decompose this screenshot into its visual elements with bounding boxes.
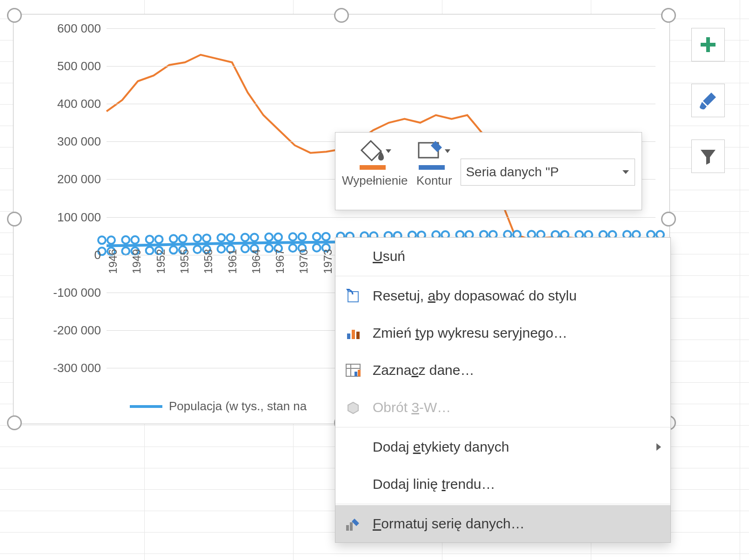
submenu-arrow-icon [655,439,662,455]
menu-item-label: Formatuj serię danych… [373,516,525,532]
x-axis-tick-label: 1970 [297,249,310,273]
series-selector-dropdown[interactable]: Seria danych "P [461,159,635,186]
y-axis-tick-label: 300 000 [57,134,101,149]
x-axis-tick-label: 1961 [226,249,239,273]
menu-item-label: Obrót 3-W… [373,400,451,415]
x-axis-tick-label: 1967 [274,249,287,273]
chart-gridline [107,104,655,104]
y-axis-tick-label: -300 000 [53,361,101,375]
series-marker[interactable] [98,236,106,244]
outline-pen-icon [416,138,452,171]
svg-rect-13 [358,370,361,376]
y-axis-tick-label: 400 000 [57,97,101,111]
chart-filter-button[interactable] [691,140,725,173]
mini-toolbar[interactable]: Wypełnienie Kontur Seria danych "P [335,132,642,210]
resize-handle[interactable] [661,212,676,227]
x-axis-tick-label: 1955 [178,249,191,273]
resize-handle[interactable] [334,8,349,23]
series-marker[interactable] [313,233,321,240]
series-marker[interactable] [265,233,273,241]
svg-rect-8 [356,332,360,339]
resize-handle[interactable] [7,8,22,23]
resize-handle[interactable] [7,212,22,227]
series-marker[interactable] [322,233,330,240]
series-marker[interactable] [170,246,177,253]
series-marker[interactable] [227,234,234,241]
series-marker[interactable] [265,245,273,252]
y-axis-tick-label: 200 000 [57,172,101,187]
chart-type-icon [344,325,362,341]
y-axis-tick-label: 0 [94,247,101,262]
menu-item-data-labels[interactable]: Dodaj etykiety danych [335,428,670,466]
series-marker[interactable] [289,233,296,240]
legend-label: Populacja (w tys., stan na [169,399,307,413]
resize-handle[interactable] [661,8,676,23]
svg-rect-4 [419,165,445,170]
series-marker[interactable] [194,246,201,253]
series-marker[interactable] [122,236,129,244]
outline-label: Kontur [416,173,452,188]
chart-legend[interactable]: Populacja (w tys., stan na [130,399,307,413]
fill-dropdown[interactable]: Wypełnienie [342,138,408,188]
svg-rect-14 [346,525,349,531]
menu-item-label: Resetuj, aby dopasować do stylu [373,288,577,304]
menu-item-label: Dodaj etykiety danych [373,439,509,455]
x-axis-tick-label: 1946 [107,249,120,273]
chart-gridline [107,217,655,218]
series-selector-text: Seria danych "P [466,165,559,180]
series-marker[interactable] [313,244,321,252]
chart-gridline [107,66,655,67]
menu-item-label: Usuń [373,248,405,264]
svg-rect-1 [701,43,716,47]
menu-item-trendline[interactable]: Dodaj linię trendu… [335,466,670,503]
menu-item-delete[interactable]: Usuń [335,238,670,275]
select-data-icon [344,362,362,378]
fill-label: Wypełnienie [342,173,408,188]
y-axis-tick-label: 600 000 [57,21,101,36]
y-axis-tick-label: 500 000 [57,59,101,73]
series-marker[interactable] [241,234,249,241]
series-marker[interactable] [289,244,296,252]
series-marker[interactable] [274,233,282,241]
format-icon [344,516,362,532]
series-marker[interactable] [179,235,187,242]
menu-item-reset[interactable]: Resetuj, aby dopasować do stylu [335,277,670,314]
legend-swatch-icon [130,405,162,408]
svg-rect-2 [360,165,386,170]
series-marker[interactable] [218,245,225,253]
series-marker[interactable] [170,235,177,242]
chevron-down-icon [622,165,630,180]
series-marker[interactable] [251,234,258,241]
series-marker[interactable] [194,234,201,242]
cube-icon [344,400,362,414]
funnel-icon [699,147,717,166]
menu-item-label: Dodaj linię trendu… [373,476,495,492]
series-marker[interactable] [218,234,225,241]
paint-bucket-icon [357,138,393,171]
y-axis-tick-label: -100 000 [53,285,101,300]
menu-item-format[interactable]: Formatuj serię danych… [335,505,670,542]
series-marker[interactable] [146,247,154,254]
series-marker[interactable] [298,233,306,240]
menu-item-change-type[interactable]: Zmień typ wykresu seryjnego… [335,314,670,352]
y-axis-tick-label: 100 000 [57,210,101,224]
series-marker[interactable] [107,236,115,244]
series-marker[interactable] [131,236,139,244]
series-context-menu[interactable]: UsuńResetuj, aby dopasować do styluZmień… [335,237,671,543]
menu-item-rotate3d: Obrót 3-W… [335,389,670,426]
menu-item-select-data[interactable]: Zaznacz dane… [335,352,670,389]
series-marker[interactable] [155,236,163,243]
resize-handle[interactable] [7,415,22,430]
svg-rect-7 [352,330,355,339]
y-axis-tick-label: -200 000 [53,323,101,337]
plus-icon [699,35,717,54]
series-marker[interactable] [241,245,249,253]
series-marker[interactable] [122,247,129,255]
x-axis-tick-label: 1964 [250,249,263,273]
series-marker[interactable] [203,234,210,242]
chart-add-element-button[interactable] [691,28,725,61]
chart-series-layer[interactable] [107,28,246,98]
chart-styles-button[interactable] [691,84,725,117]
series-marker[interactable] [146,236,154,243]
outline-dropdown[interactable]: Kontur [416,138,452,188]
